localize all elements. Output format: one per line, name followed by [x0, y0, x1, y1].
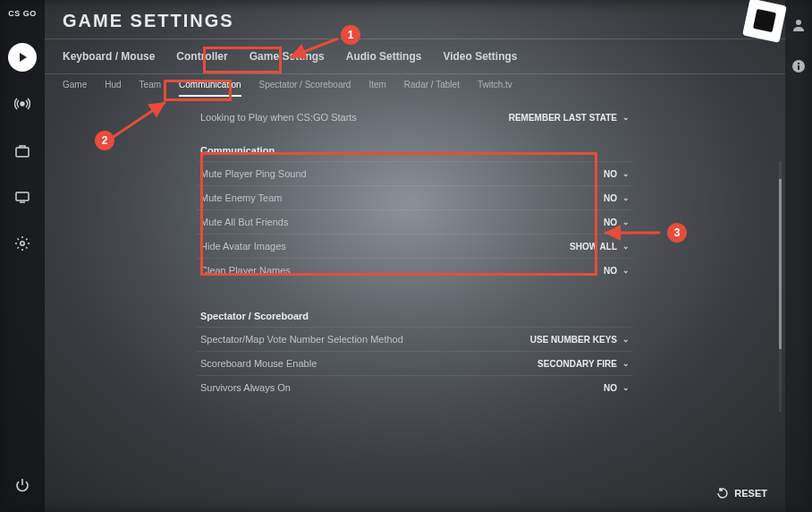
- settings-content: Looking to Play when CS:GO Starts REMEMB…: [45, 97, 785, 448]
- section-heading-communication: Communication: [197, 136, 633, 161]
- setting-label: Mute Enemy Team: [200, 192, 283, 203]
- setting-dropdown[interactable]: REMEMBER LAST STATE ⌄: [509, 113, 630, 123]
- svg-line-9: [112, 102, 165, 138]
- power-icon[interactable]: [8, 471, 37, 499]
- section-heading-spectator: Spectator / Scoreboard: [197, 302, 633, 327]
- chevron-down-icon: ⌄: [622, 113, 630, 122]
- store-icon[interactable]: [8, 136, 37, 165]
- info-icon[interactable]: [791, 59, 806, 73]
- svg-rect-7: [798, 63, 799, 64]
- svg-rect-2: [16, 192, 29, 201]
- annotation-number-2: 2: [95, 131, 114, 150]
- subtab-radar-tablet[interactable]: Radar / Tablet: [404, 80, 460, 97]
- setting-label: Mute Player Ping Sound: [200, 168, 307, 179]
- setting-label: Mute All But Friends: [200, 217, 288, 227]
- right-sidebar: [785, 0, 812, 512]
- svg-line-8: [290, 38, 338, 57]
- setting-row: Looking to Play when CS:GO Starts REMEMB…: [197, 106, 633, 129]
- chevron-down-icon: ⌄: [622, 242, 630, 251]
- setting-dropdown[interactable]: NO⌄: [604, 193, 630, 203]
- setting-dropdown[interactable]: SHOW ALL⌄: [570, 242, 630, 252]
- left-sidebar: CS GO: [0, 0, 45, 512]
- setting-dropdown[interactable]: NO⌄: [604, 383, 630, 393]
- setting-value: SECONDARY FIRE: [537, 359, 617, 369]
- chevron-down-icon: ⌄: [622, 169, 630, 178]
- svg-rect-1: [16, 148, 29, 157]
- setting-value: REMEMBER LAST STATE: [509, 113, 617, 123]
- setting-row: Mute Enemy Team NO⌄: [197, 185, 633, 209]
- chevron-down-icon: ⌄: [622, 335, 630, 344]
- subtab-game[interactable]: Game: [63, 80, 87, 97]
- play-icon[interactable]: [8, 43, 37, 72]
- setting-dropdown[interactable]: SECONDARY FIRE⌄: [537, 359, 630, 369]
- annotation-arrow-3: [599, 226, 665, 240]
- setting-dropdown[interactable]: NO⌄: [604, 266, 630, 276]
- reset-icon: [716, 487, 729, 499]
- setting-value: SHOW ALL: [570, 242, 617, 252]
- chevron-down-icon: ⌄: [622, 193, 630, 202]
- svg-point-3: [21, 242, 24, 245]
- setting-value: USE NUMBER KEYS: [530, 335, 617, 345]
- setting-label: Clean Player Names: [200, 265, 291, 276]
- scrollbar[interactable]: [779, 161, 782, 412]
- page-title: GAME SETTINGS: [45, 0, 785, 38]
- annotation-arrow-2: [107, 98, 174, 143]
- setting-label: Spectator/Map Vote Number Selection Meth…: [200, 334, 403, 345]
- settings-icon[interactable]: [8, 229, 37, 258]
- subtab-team[interactable]: Team: [140, 80, 161, 97]
- reset-label: RESET: [734, 488, 767, 499]
- reset-button[interactable]: RESET: [716, 487, 767, 499]
- annotation-number-3: 3: [667, 223, 687, 243]
- setting-label: Survivors Always On: [200, 382, 291, 393]
- setting-value: NO: [604, 266, 617, 276]
- subtab-hud[interactable]: Hud: [105, 80, 121, 97]
- chevron-down-icon: ⌄: [622, 266, 630, 275]
- tab-keyboard-mouse[interactable]: Keyboard / Mouse: [63, 50, 155, 63]
- watch-icon[interactable]: [8, 183, 37, 211]
- setting-row: Clean Player Names NO⌄: [197, 258, 633, 282]
- setting-row: Survivors Always On NO⌄: [197, 375, 633, 399]
- subtab-communication[interactable]: Communication: [179, 80, 241, 97]
- tab-controller[interactable]: Controller: [176, 50, 227, 63]
- setting-row: Spectator/Map Vote Number Selection Meth…: [197, 327, 633, 351]
- scrollbar-thumb[interactable]: [779, 179, 782, 349]
- setting-value: NO: [604, 383, 617, 393]
- setting-row: Scoreboard Mouse Enable SECONDARY FIRE⌄: [197, 351, 633, 375]
- svg-point-4: [796, 20, 801, 25]
- setting-value: NO: [604, 169, 617, 179]
- svg-point-0: [21, 102, 24, 106]
- svg-rect-6: [798, 65, 799, 70]
- setting-dropdown[interactable]: USE NUMBER KEYS⌄: [530, 335, 630, 345]
- setting-label: Scoreboard Mouse Enable: [200, 358, 317, 369]
- subtab-item[interactable]: Item: [368, 80, 385, 97]
- setting-row: Hide Avatar Images SHOW ALL⌄: [197, 234, 633, 258]
- primary-tabs: Keyboard / Mouse Controller Game Setting…: [45, 39, 785, 73]
- subtab-twitch[interactable]: Twitch.tv: [478, 80, 512, 97]
- secondary-tabs: Game Hud Team Communication Spectator / …: [45, 74, 785, 97]
- profile-icon[interactable]: [791, 18, 806, 32]
- chevron-down-icon: ⌄: [622, 383, 630, 392]
- notification-badge[interactable]: [742, 0, 787, 43]
- setting-dropdown[interactable]: NO⌄: [604, 169, 630, 179]
- setting-label: Looking to Play when CS:GO Starts: [200, 112, 357, 123]
- setting-row: Mute All But Friends NO⌄: [197, 209, 633, 234]
- setting-value: NO: [604, 193, 617, 203]
- annotation-arrow-1: [283, 36, 345, 63]
- tab-video-settings[interactable]: Video Settings: [443, 50, 517, 63]
- broadcast-icon[interactable]: [8, 90, 37, 118]
- main-panel: GAME SETTINGS Keyboard / Mouse Controlle…: [45, 0, 785, 512]
- setting-label: Hide Avatar Images: [200, 241, 286, 252]
- setting-row: Mute Player Ping Sound NO⌄: [197, 161, 633, 185]
- chevron-down-icon: ⌄: [622, 359, 630, 368]
- tab-audio-settings[interactable]: Audio Settings: [346, 50, 422, 63]
- csgo-logo: CS GO: [8, 9, 37, 18]
- subtab-spectator-scoreboard[interactable]: Spectator / Scoreboard: [259, 80, 351, 97]
- annotation-number-1: 1: [341, 25, 360, 45]
